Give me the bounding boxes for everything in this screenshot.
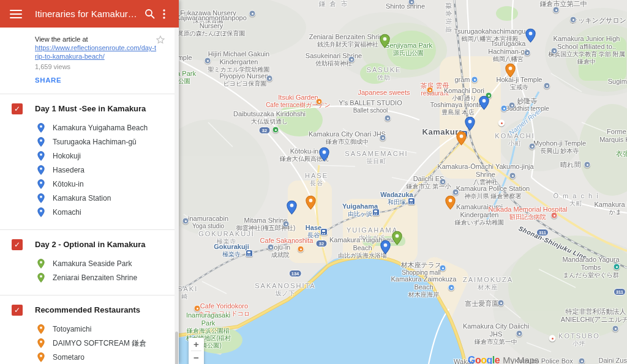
place-item[interactable]: Totoyamichi — [0, 322, 179, 336]
poi-icon[interactable] — [471, 76, 478, 83]
layer-header: ✓Day 1 Must -See in Kamakura — [0, 103, 179, 114]
place-pin-icon — [37, 137, 45, 147]
place-item[interactable]: Kamakura Seaside Park — [0, 257, 179, 271]
map-label: 材木座テラスShopping mall — [401, 261, 442, 277]
place-pin-icon — [37, 338, 45, 348]
article-link[interactable]: https://www.reflectionsenroute.com/day-t… — [35, 44, 157, 61]
place-item[interactable]: Komachi — [0, 206, 179, 220]
place-pin-icon — [37, 165, 45, 175]
place-item[interactable]: Kamakura Yuigahama Beach — [0, 121, 179, 135]
poi-icon[interactable] — [544, 83, 550, 89]
poi-icon[interactable] — [427, 87, 434, 94]
map-pin-green[interactable] — [380, 34, 390, 48]
place-pin-icon — [37, 273, 45, 283]
place-pin-icon — [37, 324, 45, 334]
poi-icon[interactable] — [249, 10, 256, 17]
place-item[interactable]: Tsurugaoka Hachiman-gū — [0, 135, 179, 149]
favorite-star-icon[interactable] — [156, 35, 165, 47]
google-watermark: Google My Maps — [468, 355, 539, 364]
poi-icon[interactable] — [570, 17, 577, 23]
poi-icon[interactable] — [272, 127, 279, 133]
layer-title[interactable]: Day 2 - Optional in Kamakura — [35, 240, 146, 249]
poi-icon[interactable] — [498, 120, 505, 127]
train-station-icon[interactable] — [372, 209, 380, 216]
poi-icon[interactable] — [440, 265, 446, 272]
poi-icon[interactable] — [182, 218, 189, 225]
map-pin-blue[interactable] — [479, 95, 489, 110]
poi-icon[interactable] — [549, 335, 556, 342]
map-pin-orange[interactable] — [456, 131, 467, 146]
poi-icon[interactable] — [524, 50, 531, 56]
place-item[interactable]: Sometaro — [0, 351, 179, 364]
poi-icon[interactable] — [551, 48, 558, 54]
map-label: Hijiri Michael Gakuin Kindergarten聖ミカエル学… — [201, 50, 277, 73]
poi-icon[interactable] — [553, 7, 560, 13]
map-pin-blue[interactable] — [525, 28, 536, 43]
map-pin-blue[interactable] — [319, 147, 329, 162]
layer-section: ✓Recommended RestaurantsTotoyamichiDAIMY… — [0, 295, 179, 364]
place-list: TotoyamichiDAIMYO SOFTCREAM 鎌倉SometaroMi… — [0, 322, 179, 364]
zoom-in-button[interactable]: + — [189, 338, 204, 351]
zoom-out-button[interactable]: − — [189, 351, 204, 364]
poi-icon[interactable] — [584, 162, 591, 168]
poi-icon[interactable] — [348, 56, 355, 63]
poi-icon[interactable] — [509, 102, 516, 109]
scrollbar-thumb[interactable] — [175, 332, 178, 364]
map-title: Itineraries for Kamakur… — [35, 9, 142, 19]
poi-icon[interactable] — [316, 98, 323, 105]
poi-icon[interactable] — [612, 325, 619, 332]
sidebar-scrollbar[interactable] — [175, 28, 179, 364]
map-pin-orange[interactable] — [306, 195, 316, 210]
poi-icon[interactable] — [283, 221, 290, 228]
poi-icon[interactable] — [440, 179, 446, 185]
share-button[interactable]: SHARE — [35, 76, 61, 84]
layer-visibility-checkbox[interactable]: ✓ — [12, 239, 23, 250]
map-pin-blue[interactable] — [465, 116, 475, 131]
map-label: Tsurugaoka Hachiman-gū鶴岡八幡宮 — [474, 40, 543, 63]
sidebar: Itineraries for Kamakur… View the articl… — [0, 0, 179, 364]
map-pin-orange[interactable] — [505, 63, 516, 78]
map-pin-blue[interactable] — [380, 240, 391, 254]
poi-icon[interactable] — [551, 212, 558, 219]
poi-icon[interactable] — [509, 173, 516, 179]
place-item[interactable]: Hasedera — [0, 163, 179, 177]
map-label: Hokai-ji Temple宝戒寺 — [497, 76, 543, 91]
poi-icon[interactable] — [579, 358, 585, 364]
poi-icon[interactable] — [298, 246, 304, 253]
map-pin-green[interactable] — [392, 231, 402, 245]
layer-title[interactable]: Day 1 Must -See in Kamakura — [35, 104, 146, 113]
menu-icon[interactable] — [10, 10, 22, 18]
map-pin-blue[interactable] — [287, 200, 297, 215]
place-item[interactable]: Kamakura Station — [0, 191, 179, 206]
layer-visibility-checkbox[interactable]: ✓ — [12, 305, 23, 316]
route-shield: 311 — [614, 288, 626, 295]
map-pin-orange[interactable] — [445, 195, 456, 210]
map-label: gram — [454, 76, 470, 84]
poi-icon[interactable] — [380, 135, 386, 141]
map-label: inamuracabinYoga studio — [188, 215, 228, 230]
poi-icon[interactable] — [452, 189, 459, 196]
poi-icon[interactable] — [385, 115, 391, 122]
place-item[interactable]: Kōtoku-in — [0, 177, 179, 191]
poi-icon[interactable] — [266, 75, 273, 82]
more-options-icon[interactable] — [157, 7, 171, 21]
layer-section: ✓Day 2 - Optional in KamakuraKamakura Se… — [0, 230, 179, 295]
layer-title[interactable]: Recommended Restaurants — [35, 305, 140, 314]
place-item[interactable]: Hokokuji — [0, 149, 179, 163]
layer-visibility-checkbox[interactable]: ✓ — [12, 103, 23, 114]
poi-icon[interactable] — [194, 305, 201, 312]
place-item[interactable]: Zeniarai Benzaiten Shrine — [0, 271, 179, 285]
poi-icon[interactable] — [205, 58, 211, 64]
poi-icon[interactable] — [516, 330, 523, 337]
search-icon[interactable] — [142, 7, 157, 21]
train-station-icon[interactable] — [320, 228, 328, 236]
poi-icon[interactable] — [529, 143, 536, 150]
place-item[interactable]: DAIMYO SOFTCREAM 鎌倉 — [0, 336, 179, 351]
poi-icon[interactable] — [498, 300, 505, 306]
poi-icon[interactable] — [614, 264, 620, 270]
poi-icon[interactable] — [501, 105, 508, 112]
poi-icon[interactable] — [448, 284, 455, 291]
poi-icon[interactable] — [268, 244, 274, 251]
train-station-icon[interactable] — [246, 250, 253, 257]
train-station-icon[interactable] — [408, 198, 415, 205]
